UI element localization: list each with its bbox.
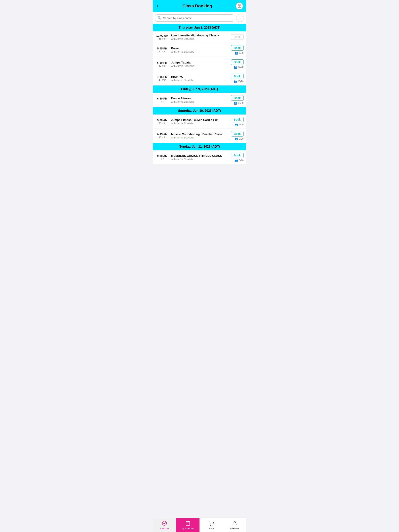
class-time: 6:30 PM30 min	[155, 61, 169, 67]
class-info: Jumps Fitness ~30Min Cardio Funwith Jami…	[171, 118, 228, 125]
book-button[interactable]: Book	[231, 95, 244, 101]
day-header-1: Friday, Jun 9, 2023 (ADT)	[153, 85, 246, 93]
class-row: 9:45 AM30 minMuscle Conditioning~ Sneake…	[153, 129, 246, 143]
class-info: HIGH YOwith Jamie Skavlebo	[171, 75, 228, 82]
class-time-main: 10:00 AM	[155, 34, 169, 37]
nav-book-now[interactable]: Book Now	[153, 518, 176, 532]
store-icon	[209, 521, 214, 526]
class-row: 7:15 PM45 minHIGH YOwith Jamie SkavleboB…	[153, 71, 246, 85]
class-name: Jumps Fitness ~30Min Cardio Fun	[171, 118, 228, 121]
people-icon: 👥	[234, 80, 237, 83]
class-capacity: 👥12/20	[234, 66, 244, 69]
page-title: Class Booking	[159, 4, 236, 9]
back-button[interactable]: ‹	[156, 3, 159, 9]
class-name: MEMBERS CHOICE FITNESS CLASS	[171, 154, 228, 157]
class-instructor: with Jamie Skavlebo	[171, 122, 228, 125]
class-time: 7:15 PM45 min	[155, 75, 169, 81]
class-row: 9:00 AM1 hMEMBERS CHOICE FITNESS CLASSwi…	[153, 150, 246, 165]
class-action: Book👥10/20	[230, 74, 244, 83]
class-row: 10:00 AM45 minLow Intensity Mid-Morning …	[153, 31, 246, 43]
book-button[interactable]: Book	[231, 45, 244, 51]
day-header-text: Sunday, Jun 11, 2023 (ADT)	[179, 145, 220, 148]
class-row: 9:00 AM30 minJumps Fitness ~30Min Cardio…	[153, 114, 246, 129]
class-time: 6:30 PM1 h	[155, 97, 169, 103]
app-header: ‹ Class Booking	[153, 0, 246, 12]
capacity-text: 10/20	[238, 80, 244, 83]
class-time: 10:00 AM45 min	[155, 34, 169, 40]
class-time-main: 6:30 PM	[155, 97, 169, 100]
nav-my-schedule-label: My Schedule	[182, 527, 194, 530]
people-icon: 👥	[235, 123, 238, 126]
class-info: Jumps Tabatawith Jamie Skavlebo	[171, 61, 228, 67]
book-button[interactable]: Book	[231, 59, 244, 65]
book-button[interactable]: Book	[231, 117, 244, 122]
class-info: MEMBERS CHOICE FITNESS CLASSwith Jamie S…	[171, 154, 228, 161]
filter-icon	[238, 16, 242, 20]
day-header-text: Thursday, Jun 8, 2023 (ADT)	[179, 26, 220, 29]
class-info: Barrewith Jamie Skavlebo	[171, 47, 228, 53]
calendar-button[interactable]	[236, 2, 243, 10]
book-button[interactable]: Book	[231, 131, 244, 137]
class-action: Book👥12/20	[230, 59, 244, 69]
my-schedule-icon	[185, 521, 190, 526]
class-capacity: 👥12/20	[234, 101, 244, 105]
class-time-duration: 30 min	[155, 50, 169, 53]
class-time-duration: 1 h	[155, 100, 169, 103]
capacity-text: 12/20	[238, 102, 244, 104]
class-action: Book👥5/20	[230, 153, 244, 162]
svg-point-14	[234, 521, 236, 523]
book-button[interactable]: Book	[231, 74, 244, 79]
class-capacity: 👥5/20	[235, 159, 244, 162]
class-time-duration: 30 min	[155, 122, 169, 125]
capacity-text: 4/20	[239, 123, 244, 126]
svg-rect-8	[186, 521, 190, 525]
capacity-text: 12/20	[238, 66, 244, 69]
class-name: Dance Fitness	[171, 97, 228, 100]
class-info: Dance Fitnesswith Jamie Skavlebo	[171, 97, 228, 103]
class-time: 9:00 AM30 min	[155, 119, 169, 125]
bottom-nav: Book Now My Schedule Store	[153, 518, 246, 532]
class-time: 9:00 AM1 h	[155, 154, 169, 160]
search-input[interactable]	[163, 16, 232, 20]
book-now-icon	[162, 521, 167, 526]
class-capacity: 👥4/20	[235, 123, 244, 126]
class-time-main: 9:00 AM	[155, 119, 169, 122]
nav-store[interactable]: Store	[200, 518, 223, 532]
class-time-duration: 30 min	[155, 136, 169, 139]
book-button[interactable]: Book	[231, 153, 244, 158]
svg-rect-0	[238, 5, 241, 8]
class-instructor: with Jamie Skavlebo	[171, 79, 228, 82]
class-time: 9:45 AM30 min	[155, 133, 169, 139]
people-icon: 👥	[234, 101, 237, 105]
class-time-duration: 45 min	[155, 37, 169, 40]
class-name: Low Intensity Mid-Morning Class ~	[171, 34, 228, 37]
day-header-text: Saturday, Jun 10, 2023 (ADT)	[178, 109, 221, 112]
nav-my-profile[interactable]: My Profile	[223, 518, 246, 532]
class-instructor: with Jamie Skavlebo	[171, 136, 228, 139]
class-capacity: 👥10/20	[234, 80, 244, 83]
day-header-text: Friday, Jun 9, 2023 (ADT)	[181, 88, 218, 91]
capacity-text: 6/20	[239, 52, 244, 54]
nav-store-label: Store	[209, 527, 214, 530]
class-time-duration: 1 h	[155, 158, 169, 160]
people-icon: 👥	[235, 137, 238, 140]
class-instructor: with Jamie Skavlebo	[171, 37, 228, 40]
nav-my-schedule[interactable]: My Schedule	[176, 518, 200, 532]
svg-point-7	[162, 521, 167, 525]
class-capacity: 👥6/20	[235, 51, 244, 55]
class-info: Muscle Conditioning~ Sneaker Classwith J…	[171, 133, 228, 139]
filter-button[interactable]	[236, 14, 244, 22]
calendar-icon	[238, 4, 241, 8]
class-capacity: 👥9/20	[235, 137, 244, 140]
day-header-3: Sunday, Jun 11, 2023 (ADT)	[153, 143, 246, 150]
capacity-text: 5/20	[239, 159, 244, 162]
capacity-text: 9/20	[239, 138, 244, 140]
class-instructor: with Jamie Skavlebo	[171, 50, 228, 53]
class-name: Jumps Tabata	[171, 61, 228, 64]
class-time-main: 5:45 PM	[155, 47, 169, 50]
people-icon: 👥	[235, 51, 238, 55]
class-action: Book👥12/20	[230, 95, 244, 105]
class-row: 6:30 PM1 hDance Fitnesswith Jamie Skavle…	[153, 93, 246, 107]
people-icon: 👥	[235, 159, 238, 162]
class-info: Low Intensity Mid-Morning Class ~with Ja…	[171, 34, 228, 40]
